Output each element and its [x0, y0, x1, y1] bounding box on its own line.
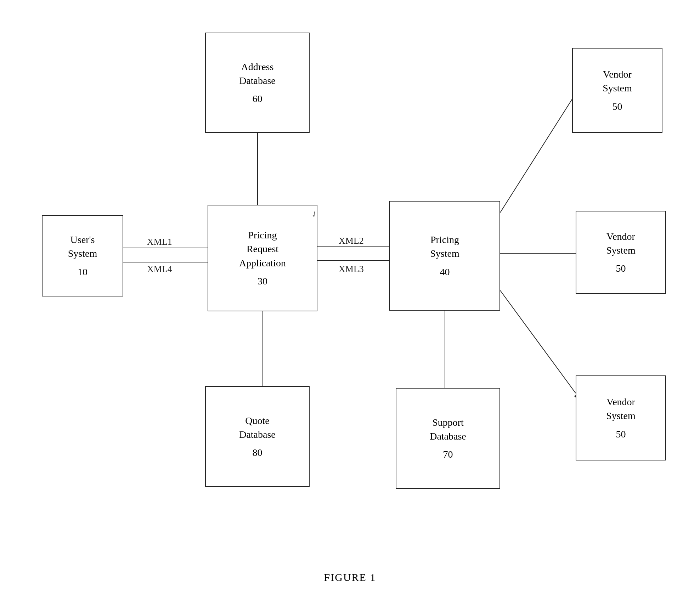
- address-database-label2: Database: [239, 74, 276, 87]
- users-system-id: 10: [78, 265, 88, 279]
- vendor-system-2-label2: System: [606, 243, 635, 257]
- vendor-system-3-label2: System: [606, 409, 635, 423]
- quote-database-box: Quote Database 80: [205, 386, 310, 487]
- support-database-id: 70: [443, 447, 453, 461]
- quote-database-label2: Database: [239, 428, 276, 441]
- address-database-label: Address: [241, 60, 274, 74]
- svg-line-11: [500, 99, 572, 213]
- support-database-label1: Support: [432, 415, 464, 429]
- vendor-system-2-id: 50: [616, 261, 626, 275]
- pricing-system-label1: Pricing: [430, 233, 459, 247]
- svg-line-17: [500, 290, 576, 393]
- vendor-system-1-id: 50: [612, 100, 622, 113]
- pricing-system-box: Pricing System 40: [389, 201, 500, 311]
- pricing-request-app-id: 30: [258, 274, 267, 288]
- vendor-system-1-label1: Vendor: [603, 67, 632, 81]
- support-database-box: Support Database 70: [396, 388, 500, 489]
- users-system-box: User's System 10: [42, 215, 123, 296]
- quote-database-id: 80: [253, 446, 262, 459]
- xml4-label: XML4: [147, 264, 172, 275]
- xml3-label: XML3: [339, 264, 364, 275]
- address-database-box: Address Database 60: [205, 33, 310, 133]
- users-system-label1: User's: [70, 233, 95, 247]
- address-database-id: 60: [253, 92, 262, 106]
- quote-database-label1: Quote: [245, 414, 269, 428]
- xml2-label: XML2: [339, 236, 364, 246]
- vendor-system-1-box: Vendor System 50: [572, 48, 662, 133]
- vendor-system-3-box: Vendor System 50: [576, 375, 666, 460]
- users-system-label2: System: [68, 247, 97, 260]
- xml1-label: XML1: [147, 237, 172, 247]
- vendor-system-2-box: Vendor System 50: [576, 211, 666, 294]
- diagram: Address Database 60 Pricing Request Appl…: [0, 0, 700, 560]
- support-database-label2: Database: [430, 429, 466, 443]
- pricing-system-id: 40: [440, 265, 450, 279]
- pricing-request-app-label3: Application: [239, 256, 286, 270]
- vendor-system-3-id: 50: [616, 427, 626, 441]
- pricing-request-app-label2: Request: [247, 242, 278, 256]
- figure-caption: FIGURE 1: [0, 571, 700, 583]
- vendor-system-3-label1: Vendor: [606, 395, 635, 409]
- pricing-request-app-label1: Pricing: [248, 228, 277, 242]
- vendor-system-1-label2: System: [603, 81, 632, 95]
- vendor-system-2-label1: Vendor: [606, 230, 635, 243]
- pricing-system-label2: System: [430, 247, 459, 260]
- pricing-request-app-box: Pricing Request Application 30: [208, 205, 317, 311]
